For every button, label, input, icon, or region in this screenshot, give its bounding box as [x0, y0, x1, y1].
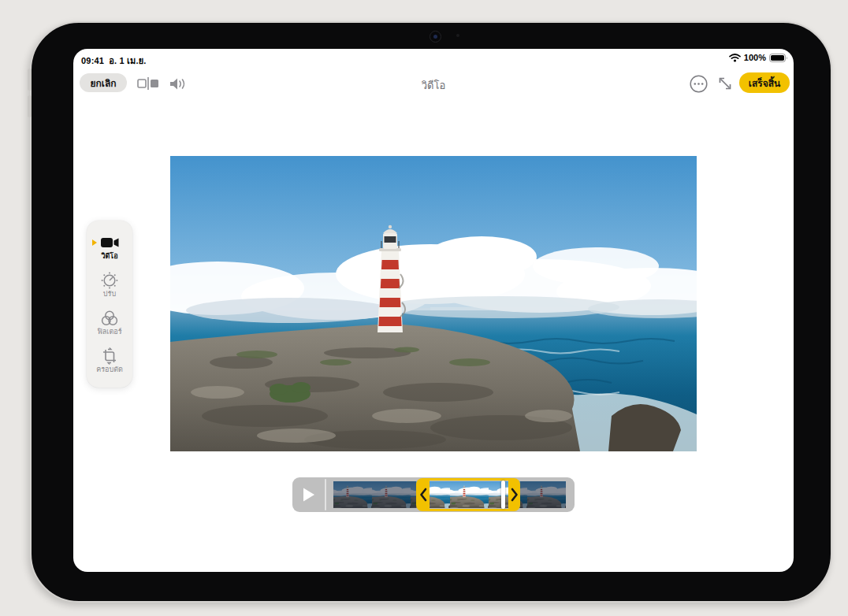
scrubber-divider: [325, 479, 326, 510]
selected-indicator-icon: [92, 239, 97, 246]
trim-selection-border: [430, 478, 508, 511]
crop-rotate-icon: [101, 348, 118, 364]
mic-dot: [456, 34, 459, 37]
expand-icon: [717, 76, 733, 91]
adjust-dial-icon: [101, 273, 118, 288]
play-button[interactable]: [292, 477, 324, 512]
more-options-button[interactable]: [688, 69, 709, 98]
status-bar: 09:41อ. 1 เม.ย. 100%: [73, 49, 794, 66]
battery-icon: [769, 54, 787, 62]
sidebar-item-label: วิดีโอ: [101, 253, 117, 260]
trim-handle-left[interactable]: [416, 478, 430, 511]
sidebar-item-filters[interactable]: ฟิลเตอร์: [87, 310, 132, 336]
video-timeline-scrubber[interactable]: [292, 477, 575, 512]
playhead[interactable]: [501, 481, 505, 509]
fullscreen-button[interactable]: [715, 69, 735, 98]
sidebar-item-video[interactable]: วิดีโอ: [87, 235, 132, 260]
volume-down-button[interactable]: [28, 95, 32, 117]
edit-toolbar: ยกเลิก วิดีโอ เสร็จสิ้น: [73, 69, 794, 98]
edit-tools-sidebar: วิดีโอ ปรับ ฟิลเตอร์: [87, 221, 132, 388]
chevron-left-icon: [419, 488, 427, 502]
chevron-right-icon: [511, 488, 519, 502]
video-camera-icon: [101, 235, 119, 250]
video-frame-image: [170, 156, 697, 451]
trim-dim-right: [520, 481, 566, 508]
wifi-icon: [729, 54, 741, 62]
play-icon: [303, 488, 314, 502]
trim-handle-right[interactable]: [508, 478, 520, 511]
volume-up-button[interactable]: [28, 69, 32, 91]
filters-icon: [101, 310, 118, 326]
battery-percent: 100%: [744, 53, 766, 62]
sidebar-item-adjust[interactable]: ปรับ: [87, 273, 132, 298]
page-title: วิดีโอ: [73, 77, 794, 94]
done-button[interactable]: เสร็จสิ้น: [739, 72, 790, 93]
screenshot-stage: 09:41อ. 1 เม.ย. 100% ยกเลิก: [0, 0, 848, 616]
ipad-screen: 09:41อ. 1 เม.ย. 100% ยกเลิก: [73, 49, 794, 572]
sidebar-item-label: ฟิลเตอร์: [97, 328, 121, 336]
done-button-label: เสร็จสิ้น: [749, 76, 780, 91]
status-time: 09:41: [81, 56, 104, 65]
front-camera: [430, 31, 441, 43]
status-date: อ. 1 เม.ย.: [109, 56, 146, 65]
more-options-icon: [690, 75, 708, 93]
trim-selection[interactable]: [416, 478, 520, 511]
ipad-device-frame: 09:41อ. 1 เม.ย. 100% ยกเลิก: [30, 21, 832, 603]
sidebar-item-label: ปรับ: [103, 291, 116, 298]
sidebar-item-label: ครอบตัด: [96, 366, 123, 373]
trim-dim-left: [333, 481, 416, 508]
sidebar-item-crop[interactable]: ครอบตัด: [87, 348, 132, 373]
video-preview-frame[interactable]: [170, 156, 697, 451]
